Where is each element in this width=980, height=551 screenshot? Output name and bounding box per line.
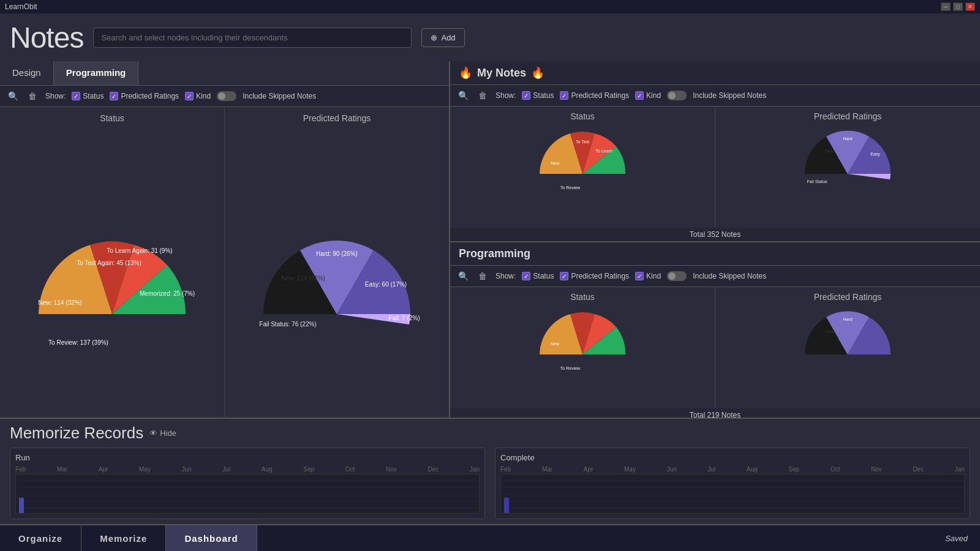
- nav-memorize[interactable]: Memorize: [81, 525, 166, 551]
- minimize-btn[interactable]: ─: [941, 2, 951, 11]
- svg-text:Fail Status: Fail Status: [807, 179, 827, 184]
- my-notes-title: My Notes: [477, 67, 526, 80]
- add-button[interactable]: ⊕ Add: [421, 28, 464, 47]
- prog-status-pie: To Review New: [533, 305, 631, 403]
- prog-status-checkbox[interactable]: ✓ Status: [522, 272, 554, 280]
- prog-search-icon[interactable]: 🔍: [456, 269, 470, 283]
- records-area: Run FebMarApr MayJunJul AugSepOct NovDec…: [10, 448, 970, 519]
- label-to-review: To Review: 137 (39%): [48, 339, 108, 346]
- my-notes-total: Total 352 Notes: [450, 228, 980, 241]
- left-predicted-pie: New: 114 (32%) Fail Status: 76 (22%) Har…: [257, 234, 417, 394]
- my-status-pie: To Review New To Test To Learn: [533, 125, 631, 223]
- predicted-cb-icon: ✓: [110, 92, 118, 100]
- memorize-header: Memorize Records 👁 Hide: [10, 424, 970, 443]
- kind-checkbox[interactable]: ✓ Kind: [185, 92, 211, 100]
- search-icon[interactable]: 🔍: [6, 89, 20, 103]
- my-skipped-label: Include Skipped Notes: [693, 91, 766, 100]
- svg-text:New: New: [551, 342, 560, 346]
- skipped-label: Include Skipped Notes: [243, 92, 316, 100]
- search-input[interactable]: [93, 28, 412, 48]
- my-kind-checkbox[interactable]: ✓ Kind: [635, 91, 661, 100]
- my-notes-toolbar: 🔍 🗑 Show: ✓ Status ✓ Predicted Ratings ✓…: [450, 85, 980, 107]
- label-to-learn: To Learn Again: 31 (9%): [107, 247, 172, 254]
- my-notes-trash-icon[interactable]: 🗑: [476, 89, 489, 102]
- pred-label-easy: Easy: 60 (17%): [365, 281, 407, 288]
- run-months: FebMarApr MayJunJul AugSepOct NovDecJan: [15, 466, 480, 473]
- prog-predicted-pie: New Hard: [799, 305, 897, 403]
- header: Notes ⊕ Add: [0, 13, 980, 61]
- fire-left-icon: 🔥: [459, 66, 472, 80]
- programming-header: Programming: [450, 242, 980, 266]
- hide-label: Hide: [160, 429, 176, 438]
- hide-link[interactable]: 👁 Hide: [149, 429, 176, 438]
- status-cb-icon: ✓: [72, 92, 80, 100]
- my-predicted-pie: New Fail Status Hard Easy: [799, 125, 897, 223]
- programming-toolbar: 🔍 🗑 Show: ✓ Status ✓ Predicted Ratings ✓…: [450, 266, 980, 287]
- maximize-btn[interactable]: □: [953, 2, 963, 11]
- memorize-records: Memorize Records 👁 Hide Run FebMarApr Ma…: [0, 418, 980, 524]
- pred-label-hard: Hard: 90 (26%): [316, 250, 358, 257]
- my-status-title: Status: [455, 111, 710, 121]
- tab-programming[interactable]: Programming: [54, 61, 139, 85]
- prog-trash-icon[interactable]: 🗑: [476, 269, 489, 283]
- prog-charts: Status To Review New: [450, 287, 980, 408]
- pred-label-new: New: 114 (32%): [281, 275, 325, 282]
- my-predicted-checkbox[interactable]: ✓ Predicted Ratings: [560, 91, 629, 100]
- my-notes-search-icon[interactable]: 🔍: [456, 89, 470, 102]
- show-label: Show:: [45, 92, 66, 100]
- svg-text:New: New: [825, 329, 834, 334]
- complete-months: FebMarApr MayJunJul AugSepOct NovDecJan: [500, 466, 965, 473]
- svg-text:Easy: Easy: [870, 152, 880, 157]
- left-status-pie: To Review: 137 (39%) New: 114 (32%) To T…: [32, 234, 192, 394]
- run-bar: [19, 498, 24, 513]
- bottom-nav: Organize Memorize Dashboard Saved: [0, 524, 980, 551]
- complete-grid: [500, 474, 965, 514]
- plus-icon: ⊕: [431, 33, 437, 42]
- my-skipped-toggle[interactable]: [667, 91, 687, 100]
- predicted-ratings-checkbox[interactable]: ✓ Predicted Ratings: [110, 92, 179, 100]
- app-title: LearnObit: [5, 2, 37, 11]
- complete-title: Complete: [500, 453, 965, 462]
- label-new: New: 114 (32%): [38, 299, 82, 306]
- hide-icon: 👁: [149, 429, 157, 438]
- saved-label: Saved: [945, 534, 980, 543]
- skipped-toggle[interactable]: [217, 91, 236, 101]
- prog-status-title: Status: [455, 292, 710, 302]
- left-predicted-title: Predicted Ratings: [231, 113, 443, 123]
- svg-text:To Test: To Test: [576, 140, 589, 144]
- nav-dashboard[interactable]: Dashboard: [166, 525, 257, 551]
- window-controls: ─ □ ✕: [941, 2, 975, 11]
- programming-title: Programming: [459, 247, 530, 260]
- left-toolbar: 🔍 🗑 Show: ✓ Status ✓ Predicted Ratings ✓…: [0, 86, 449, 107]
- run-title: Run: [15, 453, 480, 462]
- nav-organize[interactable]: Organize: [0, 525, 81, 551]
- page-title: Notes: [10, 21, 83, 54]
- pred-label-fail-status: Fail Status: 76 (22%): [259, 321, 316, 328]
- programming-section: Programming 🔍 🗑 Show: ✓ Status ✓ Predict…: [450, 242, 980, 423]
- fire-right-icon: 🔥: [531, 66, 545, 80]
- close-btn[interactable]: ✕: [965, 2, 975, 11]
- complete-bar: [504, 498, 509, 513]
- left-status-title: Status: [6, 113, 218, 123]
- tab-bar: Design Programming: [0, 61, 449, 86]
- run-record: Run FebMarApr MayJunJul AugSepOct NovDec…: [10, 448, 485, 519]
- prog-skipped-toggle[interactable]: [667, 271, 687, 281]
- titlebar: LearnObit ─ □ ✕: [0, 0, 980, 13]
- tab-design[interactable]: Design: [0, 61, 54, 85]
- my-status-checkbox[interactable]: ✓ Status: [522, 91, 554, 100]
- kind-cb-icon: ✓: [185, 92, 194, 100]
- svg-text:To Review: To Review: [560, 366, 581, 370]
- trash-icon[interactable]: 🗑: [26, 89, 39, 103]
- status-checkbox[interactable]: ✓ Status: [72, 92, 104, 100]
- my-predicted-mini: Predicted Ratings New Fail Status Hard E…: [715, 107, 980, 228]
- prog-show-label: Show:: [496, 272, 516, 280]
- my-notes-section: 🔥 My Notes 🔥 🔍 🗑 Show: ✓ Status ✓ Predic…: [450, 61, 980, 242]
- prog-predicted-title: Predicted Ratings: [720, 292, 975, 302]
- my-status-mini: Status To Review New To Test To Learn: [450, 107, 715, 228]
- my-notes-header: 🔥 My Notes 🔥: [450, 61, 980, 85]
- toggle-thumb: [218, 92, 225, 100]
- label-memorized: Memorized: 25 (7%): [140, 290, 195, 297]
- prog-kind-checkbox[interactable]: ✓ Kind: [635, 272, 661, 280]
- svg-text:New: New: [825, 149, 834, 153]
- prog-predicted-checkbox[interactable]: ✓ Predicted Ratings: [560, 272, 629, 280]
